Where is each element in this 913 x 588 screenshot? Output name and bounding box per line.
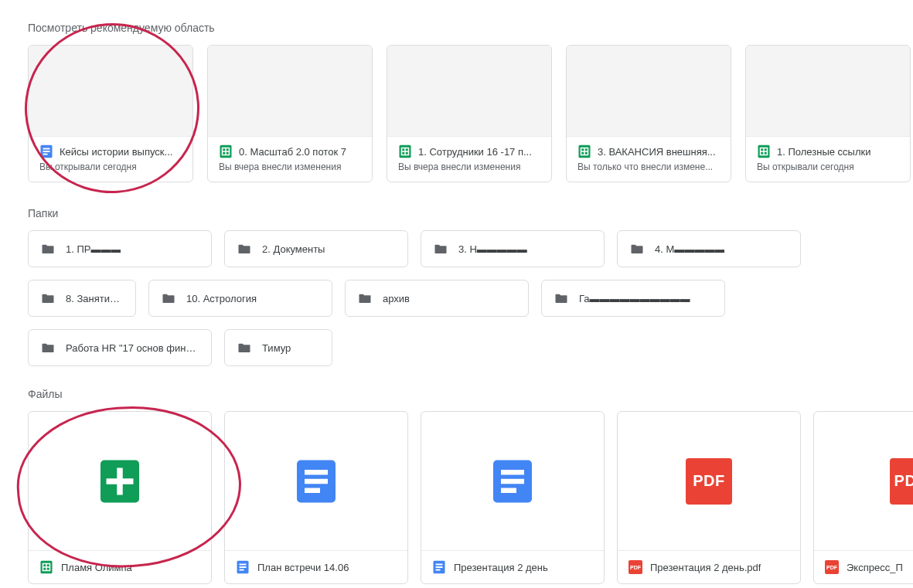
file-name: Презентация 2 день bbox=[454, 562, 548, 573]
docs-icon bbox=[39, 144, 53, 158]
file-thumbnail bbox=[225, 412, 407, 551]
folder-icon bbox=[358, 291, 372, 305]
sheets-icon bbox=[39, 560, 53, 574]
file-grid: Пламя Олимпа План встречи 14.06 Презента… bbox=[28, 411, 913, 584]
file-name: Экспресс_П bbox=[847, 562, 903, 573]
suggested-title: 0. Масштаб 2.0 поток 7 bbox=[239, 146, 346, 158]
suggested-subtitle: Вы вчера внесли изменения bbox=[398, 161, 540, 172]
file-card[interactable]: Презентация 2 день bbox=[421, 411, 605, 584]
folder-name: Работа HR "17 основ фина... bbox=[66, 342, 199, 354]
suggested-card[interactable]: 0. Масштаб 2.0 поток 7 Вы вчера внесли и… bbox=[207, 45, 373, 182]
suggested-title: 1. Полезные ссылки bbox=[777, 146, 870, 158]
folder-icon bbox=[41, 291, 55, 305]
suggested-subtitle: Вы вчера внесли изменения bbox=[219, 161, 361, 172]
suggested-title: 1. Сотрудники 16 -17 п... bbox=[418, 146, 532, 158]
folder-card[interactable]: Тимур bbox=[224, 329, 332, 366]
folder-name: 8. Занятия д bbox=[66, 293, 123, 304]
folder-icon bbox=[630, 242, 644, 256]
pdf-icon: PDF bbox=[825, 560, 839, 574]
suggested-card[interactable]: 1. Полезные ссылки Вы открывали сегодня bbox=[745, 45, 911, 182]
folder-card[interactable]: Га▬▬▬▬▬▬▬▬▬▬ bbox=[541, 280, 725, 317]
folder-card[interactable]: 4. М▬▬▬▬▬ bbox=[617, 230, 801, 267]
sheets-icon bbox=[219, 144, 233, 158]
file-thumbnail: PD bbox=[814, 412, 913, 551]
file-name: План встречи 14.06 bbox=[257, 562, 349, 573]
section-title-suggested: Посмотреть рекомендуемую область bbox=[28, 22, 913, 34]
file-name: Пламя Олимпа bbox=[61, 562, 132, 573]
suggested-thumbnail bbox=[208, 46, 372, 137]
file-card[interactable]: Пламя Олимпа bbox=[28, 411, 212, 584]
folder-card[interactable]: 3. Н▬▬▬▬▬ bbox=[421, 230, 605, 267]
folder-card[interactable]: Работа HR "17 основ фина... bbox=[28, 329, 212, 366]
folder-grid: 1. ПР▬▬▬ 2. Документы 3. Н▬▬▬▬▬ 4. М▬▬▬▬… bbox=[28, 230, 913, 366]
suggested-subtitle: Вы только что внесли измене... bbox=[577, 161, 720, 172]
suggested-thumbnail bbox=[387, 46, 551, 137]
pdf-icon: PDF bbox=[629, 560, 642, 574]
section-title-files: Файлы bbox=[28, 388, 913, 400]
file-thumbnail: PDF bbox=[618, 412, 800, 551]
sheets-icon bbox=[577, 144, 591, 158]
folder-name: Га▬▬▬▬▬▬▬▬▬▬ bbox=[579, 293, 690, 304]
folder-icon bbox=[554, 291, 568, 305]
folder-name: 2. Документы bbox=[262, 243, 325, 255]
docs-icon bbox=[236, 560, 250, 574]
folder-icon bbox=[41, 242, 55, 256]
folder-card[interactable]: 1. ПР▬▬▬ bbox=[28, 230, 212, 267]
file-card[interactable]: PDF PDF Презентация 2 день.pdf bbox=[617, 411, 801, 584]
folder-card[interactable]: 10. Астрология bbox=[148, 280, 332, 317]
section-title-folders: Папки bbox=[28, 207, 913, 219]
suggested-card[interactable]: Кейсы истории выпуск... Вы открывали сег… bbox=[28, 45, 193, 182]
suggested-subtitle: Вы открывали сегодня bbox=[757, 161, 899, 172]
file-card[interactable]: План встречи 14.06 bbox=[224, 411, 408, 584]
file-card[interactable]: PD PDF Экспресс_П bbox=[813, 411, 913, 584]
suggested-row: Кейсы истории выпуск... Вы открывали сег… bbox=[28, 45, 913, 182]
pdf-icon: PD bbox=[890, 458, 913, 505]
folder-name: архив bbox=[383, 293, 410, 304]
suggested-card[interactable]: 1. Сотрудники 16 -17 п... Вы вчера внесл… bbox=[387, 45, 552, 182]
folder-icon bbox=[41, 341, 55, 355]
docs-icon bbox=[293, 458, 339, 505]
sheets-icon bbox=[398, 144, 412, 158]
docs-icon bbox=[432, 560, 446, 574]
folder-name: Тимур bbox=[262, 342, 291, 354]
folder-icon bbox=[237, 341, 251, 355]
folder-name: 3. Н▬▬▬▬▬ bbox=[458, 243, 527, 255]
suggested-thumbnail bbox=[29, 46, 192, 137]
folder-card[interactable]: 2. Документы bbox=[224, 230, 408, 267]
file-thumbnail bbox=[29, 412, 211, 551]
sheets-icon bbox=[97, 458, 143, 505]
pdf-icon: PDF bbox=[686, 458, 732, 505]
docs-icon bbox=[489, 458, 536, 505]
suggested-card[interactable]: 3. ВАКАНСИЯ внешняя... Вы только что вне… bbox=[566, 45, 731, 182]
sheets-icon bbox=[757, 144, 771, 158]
file-name: Презентация 2 день.pdf bbox=[650, 562, 761, 573]
suggested-title: Кейсы истории выпуск... bbox=[60, 146, 172, 158]
folder-name: 4. М▬▬▬▬▬ bbox=[655, 243, 724, 255]
suggested-thumbnail bbox=[567, 46, 731, 137]
folder-icon bbox=[237, 242, 251, 256]
suggested-title: 3. ВАКАНСИЯ внешняя... bbox=[598, 146, 716, 158]
folder-icon bbox=[162, 291, 175, 305]
folder-icon bbox=[434, 242, 448, 256]
file-thumbnail bbox=[421, 412, 604, 551]
suggested-subtitle: Вы открывали сегодня bbox=[39, 161, 182, 172]
folder-name: 10. Астрология bbox=[186, 293, 257, 304]
suggested-thumbnail bbox=[746, 46, 910, 137]
folder-card[interactable]: 8. Занятия д bbox=[28, 280, 136, 317]
folder-card[interactable]: архив bbox=[345, 280, 529, 317]
folder-name: 1. ПР▬▬▬ bbox=[66, 243, 121, 255]
